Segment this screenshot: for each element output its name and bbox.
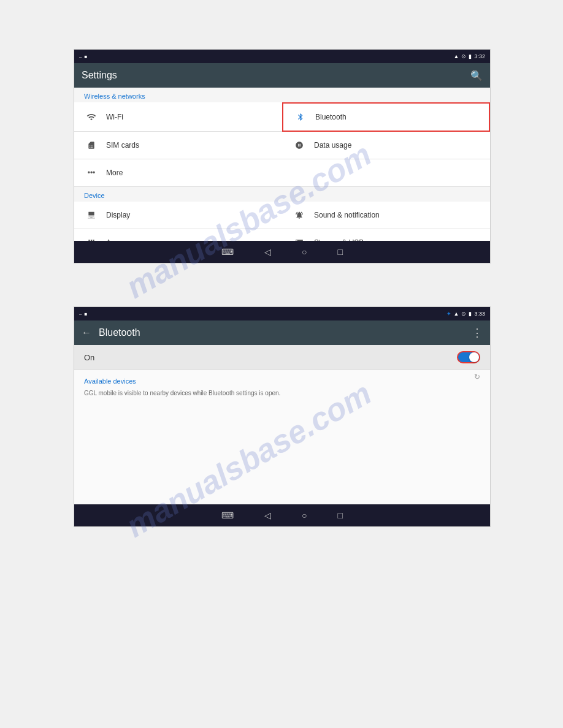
battery-icon: ▮ bbox=[469, 53, 472, 59]
bluetooth-status-icon: ✦ bbox=[446, 311, 451, 317]
device-grid: Display Sound & notification Apps bbox=[74, 202, 490, 241]
storage-item[interactable]: Storage & USB bbox=[282, 229, 490, 241]
status-square: ■ bbox=[84, 54, 87, 59]
more-label: More bbox=[106, 169, 123, 177]
available-devices-section: Available devices ↻ GGL mobile is visibl… bbox=[74, 370, 490, 404]
screenshot-bluetooth: – ■ ✦ ▲ ⊙ ▮ 3:33 ← Bluetooth ⋮ On bbox=[74, 306, 491, 527]
more-icon: ••• bbox=[84, 165, 99, 180]
display-label: Display bbox=[106, 211, 130, 219]
more-menu-button[interactable]: ⋮ bbox=[472, 326, 483, 339]
status-left-1: – ■ bbox=[79, 54, 87, 59]
status-dot-2: – bbox=[79, 311, 82, 317]
display-item[interactable]: Display bbox=[74, 202, 282, 229]
time-display-2: 3:33 bbox=[474, 311, 485, 317]
battery-icon-2: ▮ bbox=[469, 311, 472, 317]
search-icon[interactable]: 🔍 bbox=[470, 70, 483, 82]
back-nav-btn-2[interactable]: ◁ bbox=[264, 510, 271, 520]
bluetooth-icon bbox=[293, 110, 308, 124]
apps-icon bbox=[84, 235, 99, 241]
storage-icon bbox=[292, 235, 307, 241]
settings-content: Wireless & networks Wi-Fi Bluetooth bbox=[74, 88, 490, 241]
status-right-2: ✦ ▲ ⊙ ▮ 3:33 bbox=[446, 311, 485, 317]
bluetooth-visibility-message: GGL mobile is visible to nearby devices … bbox=[74, 387, 490, 401]
data-usage-label: Data usage bbox=[314, 141, 351, 150]
signal-icon-2: ▲ bbox=[454, 311, 459, 317]
back-button[interactable]: ← bbox=[82, 327, 91, 338]
bluetooth-on-label: On bbox=[84, 353, 94, 362]
wifi-label: Wi-Fi bbox=[106, 113, 123, 121]
wifi-icon bbox=[84, 110, 99, 124]
sound-item[interactable]: Sound & notification bbox=[282, 202, 490, 229]
bluetooth-item[interactable]: Bluetooth bbox=[282, 102, 490, 132]
scanning-indicator: ↻ bbox=[474, 373, 480, 381]
signal-icon: ▲ bbox=[454, 53, 459, 59]
status-bar-2: – ■ ✦ ▲ ⊙ ▮ 3:33 bbox=[74, 307, 490, 320]
data-usage-icon bbox=[292, 138, 307, 153]
device-section-header: Device bbox=[74, 187, 490, 202]
nav-bar-2: ⌨ ◁ ○ □ bbox=[74, 504, 490, 526]
bluetooth-title: Bluetooth bbox=[99, 327, 472, 338]
status-square-2: ■ bbox=[84, 311, 87, 317]
more-item[interactable]: ••• More bbox=[74, 159, 282, 187]
nav-bar-1: ⌨ ◁ ○ □ bbox=[74, 241, 490, 263]
keyboard-nav-btn-2[interactable]: ⌨ bbox=[221, 510, 234, 520]
bluetooth-content: On Available devices ↻ GGL mobile is vis… bbox=[74, 345, 490, 504]
sim-label: SIM cards bbox=[106, 141, 139, 150]
wifi-icon: ⊙ bbox=[461, 53, 466, 59]
sim-icon bbox=[84, 138, 99, 153]
wifi-icon-2: ⊙ bbox=[461, 311, 466, 317]
status-right-1: ▲ ⊙ ▮ 3:32 bbox=[454, 53, 485, 59]
sound-icon bbox=[292, 208, 307, 222]
recents-nav-btn-2[interactable]: □ bbox=[338, 510, 343, 520]
bluetooth-app-bar: ← Bluetooth ⋮ bbox=[74, 320, 490, 345]
settings-title: Settings bbox=[82, 70, 470, 81]
wifi-item[interactable]: Wi-Fi bbox=[74, 102, 282, 132]
screenshot-settings: – ■ ▲ ⊙ ▮ 3:32 Settings 🔍 Wireless & net… bbox=[74, 49, 491, 264]
display-icon bbox=[84, 208, 99, 222]
back-nav-btn-1[interactable]: ◁ bbox=[264, 247, 271, 257]
bluetooth-toggle-switch[interactable] bbox=[457, 351, 480, 363]
wireless-section-header: Wireless & networks bbox=[74, 88, 490, 102]
keyboard-nav-btn-1[interactable]: ⌨ bbox=[221, 247, 234, 257]
time-display-1: 3:32 bbox=[474, 53, 485, 59]
status-dot: – bbox=[79, 54, 82, 59]
home-nav-btn-2[interactable]: ○ bbox=[302, 510, 307, 520]
recents-nav-btn-1[interactable]: □ bbox=[338, 247, 343, 257]
wireless-grid: Wi-Fi Bluetooth SIM cards bbox=[74, 102, 490, 187]
available-devices-header: Available devices bbox=[74, 373, 490, 387]
status-left-2: – ■ bbox=[79, 311, 87, 317]
sim-item[interactable]: SIM cards bbox=[74, 132, 282, 159]
apps-item[interactable]: Apps bbox=[74, 229, 282, 241]
home-nav-btn-1[interactable]: ○ bbox=[302, 247, 307, 257]
bluetooth-label: Bluetooth bbox=[315, 113, 347, 121]
status-bar-1: – ■ ▲ ⊙ ▮ 3:32 bbox=[74, 50, 490, 63]
data-usage-item[interactable]: Data usage bbox=[282, 132, 490, 159]
settings-app-bar: Settings 🔍 bbox=[74, 63, 490, 88]
bluetooth-toggle-row: On bbox=[74, 345, 490, 370]
sound-label: Sound & notification bbox=[314, 211, 380, 219]
